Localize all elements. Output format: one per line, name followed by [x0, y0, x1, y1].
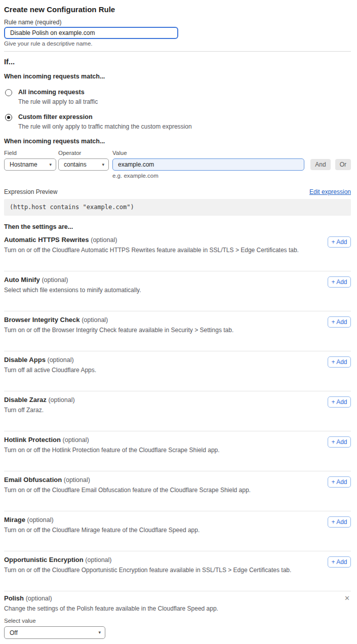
optional-suffix: (optional) — [26, 595, 52, 602]
field-select[interactable]: Hostname ▾ — [4, 158, 56, 171]
chevron-down-icon: ▾ — [98, 630, 101, 635]
setting-description: Turn on or off the Cloudflare Opportunis… — [4, 567, 291, 574]
setting-description: Turn off all active Cloudflare Apps. — [4, 367, 96, 374]
optional-suffix: (optional) — [85, 556, 111, 564]
add-setting-button[interactable]: + Add — [328, 556, 351, 568]
radio-option-all-requests[interactable]: All incoming requests The rule will appl… — [4, 89, 351, 106]
setting-row: Disable Apps (optional) Turn off all act… — [4, 351, 351, 391]
value-input[interactable] — [112, 158, 304, 171]
polish-section: Polish (optional) ✕ Change the settings … — [4, 591, 351, 639]
add-setting-button[interactable]: + Add — [328, 476, 351, 488]
chevron-down-icon: ▾ — [49, 163, 52, 167]
setting-title: Email Obfuscation (optional) — [4, 475, 251, 485]
setting-description: Turn on or off the Cloudflare Automatic … — [4, 247, 299, 254]
builder-heading: When incoming requests match... — [4, 138, 351, 145]
setting-title: Disable Zaraz (optional) — [4, 395, 75, 405]
radio-option-label: All incoming requests — [18, 89, 98, 96]
operator-label: Operator — [58, 150, 109, 156]
section-divider — [4, 51, 351, 52]
add-setting-button[interactable]: + Add — [328, 436, 351, 448]
add-setting-button[interactable]: + Add — [328, 276, 351, 288]
rule-name-helper: Give your rule a descriptive name. — [4, 41, 351, 47]
setting-title: Auto Minify (optional) — [4, 275, 141, 285]
setting-description: Select which file extensions to minify a… — [4, 287, 141, 294]
optional-suffix: (optional) — [91, 236, 117, 244]
optional-suffix: (optional) — [27, 516, 54, 524]
rule-name-label: Rule name (required) — [4, 19, 351, 26]
edit-expression-link[interactable]: Edit expression — [309, 188, 351, 196]
setting-row: Opportunistic Encryption (optional) Turn… — [4, 551, 351, 591]
value-helper: e.g. example.com — [112, 173, 304, 179]
setting-description: Turn on or off the Browser Integrity Che… — [4, 327, 233, 334]
add-setting-button[interactable]: + Add — [328, 516, 351, 528]
setting-description: Turn off Zaraz. — [4, 407, 75, 414]
radio-icon[interactable] — [5, 89, 12, 96]
expression-preview-code: (http.host contains "example.com") — [4, 199, 351, 216]
operator-select[interactable]: contains ▾ — [58, 158, 109, 171]
setting-row: Disable Zaraz (optional) Turn off Zaraz.… — [4, 391, 351, 431]
value-label: Value — [112, 150, 304, 156]
setting-row: Automatic HTTPS Rewrites (optional) Turn… — [4, 231, 351, 271]
and-button[interactable]: And — [310, 159, 330, 170]
radio-icon[interactable] — [5, 114, 12, 121]
setting-row: Hotlink Protection (optional) Turn on or… — [4, 431, 351, 471]
polish-title: Polish (optional) — [4, 594, 52, 602]
optional-suffix: (optional) — [48, 396, 74, 404]
setting-title: Browser Integrity Check (optional) — [4, 315, 233, 325]
page-title: Create new Configuration Rule — [4, 5, 351, 14]
operator-select-value: contains — [64, 161, 87, 168]
setting-row: Browser Integrity Check (optional) Turn … — [4, 311, 351, 351]
polish-select-value: Off — [10, 629, 18, 636]
field-select-value: Hostname — [10, 161, 37, 168]
then-label: Then the settings are... — [4, 223, 351, 231]
polish-value-select[interactable]: Off ▾ — [4, 626, 105, 639]
if-heading: If... — [4, 58, 351, 66]
add-setting-button[interactable]: + Add — [328, 236, 351, 248]
rule-name-input[interactable] — [4, 27, 178, 39]
close-icon[interactable]: ✕ — [343, 594, 351, 602]
setting-description: Turn on or off the Cloudflare Mirage fea… — [4, 527, 200, 534]
expression-preview-label: Expression Preview — [4, 188, 57, 196]
setting-title: Mirage (optional) — [4, 515, 200, 525]
optional-suffix: (optional) — [63, 436, 89, 444]
polish-description: Change the settings of the Polish featur… — [4, 605, 351, 612]
setting-title: Disable Apps (optional) — [4, 355, 96, 365]
rule-name-group: Rule name (required) Give your rule a de… — [4, 19, 351, 47]
setting-description: Turn on or off the Hotlink Protection fe… — [4, 447, 220, 454]
match-label: When incoming requests match... — [4, 73, 351, 80]
field-label: Field — [4, 150, 56, 156]
settings-list: Automatic HTTPS Rewrites (optional) Turn… — [4, 231, 351, 591]
optional-suffix: (optional) — [64, 476, 90, 484]
radio-option-description: The rule will apply to all traffic — [18, 98, 98, 106]
match-type-radio-group: All incoming requests The rule will appl… — [4, 89, 351, 131]
add-setting-button[interactable]: + Add — [328, 356, 351, 368]
add-setting-button[interactable]: + Add — [328, 396, 351, 408]
polish-select-label: Select value — [4, 618, 351, 624]
chevron-down-icon: ▾ — [102, 163, 104, 167]
radio-option-description: The rule will only apply to traffic matc… — [18, 123, 192, 131]
setting-title: Hotlink Protection (optional) — [4, 435, 220, 445]
optional-suffix: (optional) — [42, 276, 68, 284]
setting-description: Turn on or off the Cloudflare Email Obfu… — [4, 487, 251, 494]
expression-builder-row: Field Hostname ▾ Operator contains ▾ Val… — [4, 150, 351, 179]
setting-row: Email Obfuscation (optional) Turn on or … — [4, 471, 351, 511]
radio-option-label: Custom filter expression — [18, 113, 192, 121]
radio-option-custom-expression[interactable]: Custom filter expression The rule will o… — [4, 113, 351, 131]
or-button[interactable]: Or — [335, 159, 351, 170]
add-setting-button[interactable]: + Add — [328, 316, 351, 328]
optional-suffix: (optional) — [82, 316, 108, 324]
optional-suffix: (optional) — [48, 356, 74, 364]
setting-row: Mirage (optional) Turn on or off the Clo… — [4, 511, 351, 551]
setting-title: Automatic HTTPS Rewrites (optional) — [4, 235, 299, 245]
setting-title: Opportunistic Encryption (optional) — [4, 555, 291, 565]
setting-row: Auto Minify (optional) Select which file… — [4, 271, 351, 311]
